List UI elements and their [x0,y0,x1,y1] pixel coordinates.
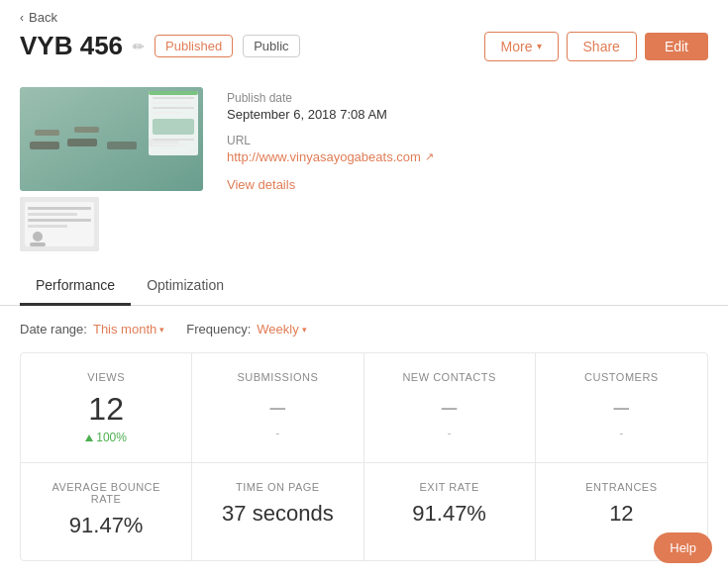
more-chevron-icon: ▾ [537,41,542,51]
svg-rect-24 [30,242,46,246]
publish-date-label: Publish date [227,91,708,105]
tab-performance[interactable]: Performance [20,267,131,306]
svg-rect-3 [67,139,97,146]
share-button[interactable]: Share [567,32,637,61]
page-preview [20,87,203,251]
stat-exit-rate: EXIT RATE 91.47% [364,463,536,560]
tab-optimization[interactable]: Optimization [131,267,240,306]
date-controls: Date range: This month ▾ Frequency: Week… [20,322,708,337]
stat-customers: CUSTOMERS – - [536,353,707,462]
stats-row-bottom: AVERAGE BOUNCE RATE 91.47% TIME ON PAGE … [21,463,707,560]
svg-rect-21 [28,219,91,222]
publish-date-value: September 6, 2018 7:08 AM [227,107,708,122]
visibility-badge[interactable]: Public [243,35,299,57]
edit-pencil-icon[interactable]: ✏ [133,39,145,54]
page-title: VYB 456 [20,31,123,61]
preview-thumb-image [20,197,99,251]
stat-time-value: 37 seconds [208,503,347,525]
svg-rect-15 [153,144,187,145]
stat-views-change: 100% [37,431,175,444]
status-badge[interactable]: Published [155,35,233,57]
svg-rect-4 [107,142,137,149]
external-link-icon: ↗ [425,150,434,163]
svg-rect-2 [30,142,59,149]
frequency-selector[interactable]: Weekly ▾ [257,322,306,337]
svg-rect-16 [149,91,198,95]
stat-views-value: 12 [37,393,175,425]
stat-customers-sub: - [552,427,691,438]
stat-entrances-header: ENTRANCES [552,481,691,493]
trend-up-icon [85,434,93,441]
stat-bounce-rate: AVERAGE BOUNCE RATE 91.47% [21,463,192,560]
svg-rect-10 [153,102,190,104]
svg-rect-6 [35,130,59,136]
url-link[interactable]: http://www.vinyasayogabeats.com ↗ [227,149,708,164]
frequency-chevron-icon: ▾ [302,325,307,335]
stats-row-top: VIEWS 12 100% SUBMISSIONS – - NEW CONTAC… [21,353,707,463]
stat-bounce-value: 91.47% [37,515,175,536]
stat-time-on-page: TIME ON PAGE 37 seconds [192,463,364,560]
tabs-bar: Performance Optimization [0,267,728,306]
stat-submissions-sub: - [208,427,347,438]
stat-entrances-value: 12 [552,503,691,525]
stat-customers-header: CUSTOMERS [552,371,691,383]
stat-exit-header: EXIT RATE [380,481,519,493]
performance-section: Date range: This month ▾ Frequency: Week… [0,306,728,577]
svg-rect-12 [153,112,182,114]
svg-point-23 [33,232,43,241]
stat-new-contacts: NEW CONTACTS – - [364,353,536,462]
stats-container: VIEWS 12 100% SUBMISSIONS – - NEW CONTAC… [20,352,708,561]
more-label: More [501,39,533,54]
svg-rect-11 [153,107,194,109]
date-range-selector[interactable]: This month ▾ [93,322,164,337]
stat-views-header: VIEWS [37,371,175,383]
view-details-link[interactable]: View details [227,177,295,192]
svg-rect-7 [74,127,99,133]
svg-rect-9 [153,97,194,99]
stat-views: VIEWS 12 100% [21,353,192,462]
stat-contacts-value: – [380,393,519,421]
svg-rect-19 [28,207,91,210]
stat-bounce-header: AVERAGE BOUNCE RATE [37,481,175,505]
frequency-label: Frequency: [186,322,251,337]
stat-customers-value: – [552,393,691,421]
stat-submissions: SUBMISSIONS – - [192,353,364,462]
svg-rect-13 [153,119,194,135]
svg-rect-20 [28,213,77,216]
stat-contacts-sub: - [380,427,519,438]
stat-contacts-header: NEW CONTACTS [380,371,519,383]
svg-rect-22 [28,225,67,228]
more-button[interactable]: More ▾ [484,32,559,61]
stat-time-header: TIME ON PAGE [208,481,347,493]
url-value: http://www.vinyasayogabeats.com [227,149,421,164]
stat-exit-value: 91.47% [380,503,519,525]
page-metadata: Publish date September 6, 2018 7:08 AM U… [227,87,708,192]
back-link[interactable]: ‹ Back [20,10,708,25]
date-range-label: Date range: [20,322,87,337]
stat-submissions-header: SUBMISSIONS [208,371,347,383]
help-button[interactable]: Help [654,532,712,563]
back-chevron-icon: ‹ [20,11,24,25]
preview-main-image [20,87,203,191]
svg-rect-14 [153,139,194,141]
date-range-chevron-icon: ▾ [159,325,164,335]
url-label: URL [227,134,708,147]
edit-button[interactable]: Edit [645,33,708,60]
back-label: Back [29,10,57,25]
stat-submissions-value: – [208,393,347,421]
